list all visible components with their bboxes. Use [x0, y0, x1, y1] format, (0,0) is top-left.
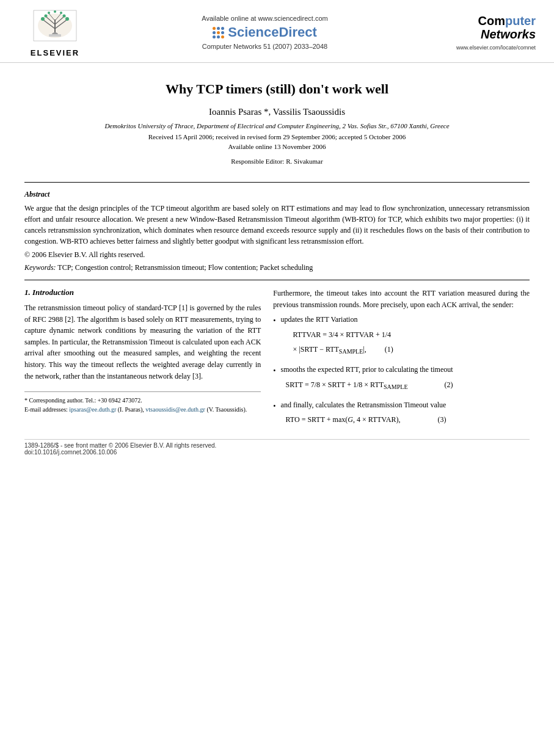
left-column: 1. Introduction The retransmission timeo… — [24, 288, 261, 433]
section1-para1: The retransmission timeout policy of sta… — [24, 302, 261, 382]
bottom-bar: 1389-1286/$ - see front matter © 2006 El… — [24, 439, 530, 456]
eq2-sub: SAMPLE — [384, 383, 407, 390]
elsevier-logo-area: ELSEVIER — [18, 7, 92, 57]
svg-point-10 — [65, 17, 69, 21]
bullet-dot-1: • — [273, 315, 275, 360]
journal-url: www.elsevier.com/locate/comnet — [456, 45, 536, 51]
bullet1-content: updates the RTT Variation RTTVAR = 3/4 ×… — [281, 314, 393, 360]
eq1-left: RTTVAR = 3/4 × RTTVAR + 1/4 — [293, 329, 391, 341]
footnote-email: E-mail addresses: ipsaras@ee.duth.gr (I.… — [24, 405, 261, 414]
copyright-text: © 2006 Elsevier B.V. All rights reserved… — [24, 250, 530, 260]
bullet3-text: and finally, calculates the Retransmissi… — [281, 401, 446, 409]
keywords-label: Keywords: — [24, 263, 56, 272]
bullet3-content: and finally, calculates the Retransmissi… — [281, 399, 446, 429]
equation-2: SRTT = 7/8 × SRTT + 1/8 × RTTSAMPLE (2) — [286, 379, 453, 392]
elsevier-logo: ELSEVIER — [18, 7, 92, 57]
abstract-divider — [24, 280, 530, 280]
abstract-section: Abstract We argue that the design princi… — [24, 190, 530, 272]
right-column: Furthermore, the timeout takes into acco… — [273, 288, 530, 433]
svg-point-12 — [63, 15, 66, 18]
email1-link[interactable]: ipsaras@ee.duth.gr — [69, 406, 116, 413]
email2-link[interactable]: vtsaoussidis@ee.duth.gr — [145, 406, 205, 413]
abstract-label: Abstract — [24, 190, 530, 199]
doi-line: doi:10.1016/j.comnet.2006.10.006 — [24, 449, 530, 456]
available-online-text: Available online at www.sciencedirect.co… — [92, 15, 438, 22]
eq3-number: (3) — [437, 414, 446, 426]
abstract-text: We argue that the design principles of t… — [24, 203, 530, 247]
bullet1-text: updates the RTT Variation — [281, 315, 358, 324]
paper-title: Why TCP timers (still) don't work well — [24, 81, 530, 97]
sciencedirect-logo: ScienceDirect — [92, 24, 438, 40]
sciencedirect-name: ScienceDirect — [228, 24, 317, 40]
footnote-star: * Corresponding author. Tel.: +30 6942 4… — [24, 396, 261, 405]
eq2-number: (2) — [445, 379, 453, 391]
sd-name-science: Science — [228, 24, 279, 40]
sd-name-direct: Direct — [279, 24, 316, 40]
eq3-content: RTO = SRTT + max(G, 4 × RTTVAR), — [286, 414, 426, 426]
sd-dot-3 — [221, 27, 224, 30]
title-divider — [24, 182, 530, 183]
available-date: Available online 13 November 2006 — [24, 143, 530, 150]
right-para1: Furthermore, the timeout takes into acco… — [273, 288, 530, 310]
two-column-body: 1. Introduction The retransmission timeo… — [24, 288, 530, 433]
keywords-line: Keywords: TCP; Congestion control; Retra… — [24, 263, 530, 272]
computer-networks-area: Computer Networks www.elsevier.com/locat… — [438, 14, 536, 51]
svg-point-11 — [45, 15, 48, 18]
bullet2-text: smooths the expected RTT, prior to calcu… — [281, 365, 453, 374]
authors: Ioannis Psaras *, Vassilis Tsaoussidis — [24, 107, 530, 117]
bullet-item-3: • and finally, calculates the Retransmis… — [273, 399, 530, 429]
svg-point-14 — [60, 12, 62, 14]
bullet-item-1: • updates the RTT Variation RTTVAR = 3/4… — [273, 314, 530, 360]
elsevier-tree-icon — [31, 7, 79, 47]
svg-point-15 — [54, 10, 56, 13]
email1-name: (I. Psaras), — [118, 406, 144, 413]
email-label: E-mail addresses: — [24, 406, 68, 413]
comp-networks-logo: Computer Networks — [478, 14, 536, 41]
cn-puter: puter — [505, 14, 536, 27]
bullet-list: • updates the RTT Variation RTTVAR = 3/4… — [273, 314, 530, 429]
cn-logo-text: Computer Networks — [478, 14, 536, 41]
title-section: Why TCP timers (still) don't work well I… — [24, 63, 530, 175]
eq1-sub: SAMPLE — [339, 349, 363, 355]
sd-dot-9 — [221, 35, 224, 38]
eq1-times: × |SRTT − RTTSAMPLE|, — [293, 344, 366, 357]
bullet-dot-2: • — [273, 365, 275, 395]
main-content: Why TCP timers (still) don't work well I… — [0, 63, 554, 456]
eq2-content: SRTT = 7/8 × SRTT + 1/8 × RTTSAMPLE — [286, 379, 432, 392]
keywords-text: TCP; Congestion control; Retransmission … — [57, 263, 313, 272]
bullet-dot-3: • — [273, 401, 275, 429]
issn-line: 1389-1286/$ - see front matter © 2006 El… — [24, 442, 530, 449]
sciencedirect-area: Available online at www.sciencedirect.co… — [92, 15, 438, 50]
bullet2-content: smooths the expected RTT, prior to calcu… — [281, 364, 453, 395]
sd-dot-7 — [213, 35, 216, 38]
bullet-item-2: • smooths the expected RTT, prior to cal… — [273, 364, 530, 395]
sd-dot-5 — [217, 31, 220, 34]
email2-name: (V. Tsaoussidis). — [206, 406, 247, 413]
received-dates: Received 15 April 2006; received in revi… — [24, 133, 530, 140]
svg-rect-17 — [49, 34, 61, 37]
affiliation: Demokritos University of Thrace, Departm… — [24, 122, 530, 129]
sd-dot-4 — [213, 31, 216, 34]
equation-1-line2: × |SRTT − RTTSAMPLE|, (1) — [293, 344, 393, 357]
page-header: ELSEVIER Available online at www.science… — [0, 0, 554, 63]
equation-3: RTO = SRTT + max(G, 4 × RTTVAR), (3) — [286, 414, 446, 426]
equation-1-line1: RTTVAR = 3/4 × RTTVAR + 1/4 — [293, 329, 393, 341]
sd-dot-2 — [217, 27, 220, 30]
eq1-number: (1) — [385, 344, 393, 355]
section1-heading: 1. Introduction — [24, 288, 261, 297]
sd-dot-1 — [213, 27, 216, 30]
cn-networks: Networks — [481, 27, 536, 41]
sd-dots-icon — [213, 27, 224, 38]
journal-name-text: Computer Networks 51 (2007) 2033–2048 — [92, 43, 438, 50]
responsible-editor: Responsible Editor: R. Sivakumar — [24, 158, 530, 165]
sd-dot-8 — [217, 35, 220, 38]
cn-com: Com — [478, 14, 505, 27]
svg-point-9 — [41, 17, 45, 21]
sd-dot-6 — [221, 31, 224, 34]
elsevier-wordmark: ELSEVIER — [31, 48, 79, 57]
footnote-section: * Corresponding author. Tel.: +30 6942 4… — [24, 391, 261, 414]
svg-point-13 — [48, 12, 50, 14]
